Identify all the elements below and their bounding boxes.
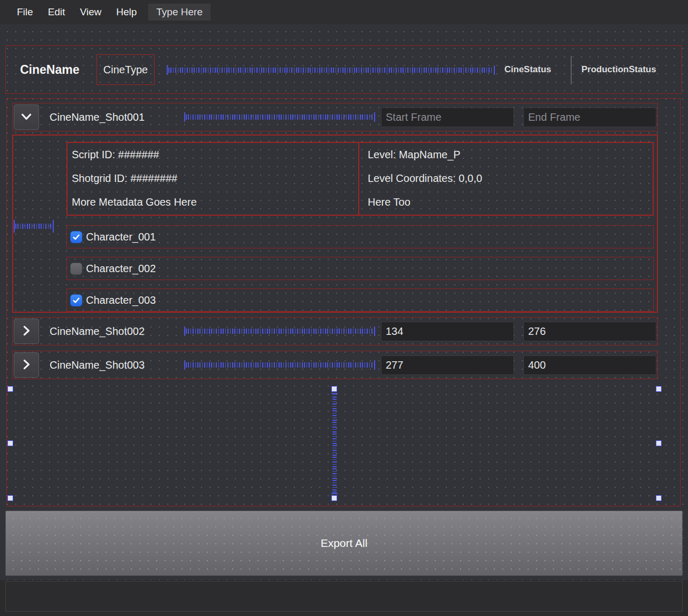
shot-row-003: CineName_Shot003 xyxy=(12,351,658,379)
more-metadata-label: More Metadata Goes Here xyxy=(68,190,358,214)
here-too-label: Here Too xyxy=(359,190,653,214)
spacer-ticks xyxy=(332,394,337,493)
shot001-details-panel: Script ID: ####### Shotgrid ID: ########… xyxy=(12,134,658,313)
selection-handle-top-left[interactable] xyxy=(7,386,13,392)
menu-view[interactable]: View xyxy=(80,6,101,18)
cine-header-row: CineName CineType CineStatus ProductionS… xyxy=(5,45,682,94)
chevron-down-icon xyxy=(20,110,33,125)
status-bar xyxy=(5,581,683,612)
shot002-name-label: CineName_Shot002 xyxy=(50,317,145,345)
script-id-label: Script ID: ####### xyxy=(68,143,358,167)
production-status-label: ProductionStatus xyxy=(581,46,656,93)
shot-row-002: CineName_Shot002 xyxy=(12,317,658,345)
selection-handle-mid-left[interactable] xyxy=(7,440,13,446)
shot001-start-frame-input[interactable] xyxy=(381,108,514,127)
menu-edit[interactable]: Edit xyxy=(48,6,65,18)
spacer-ticks xyxy=(168,68,493,73)
selection-handle-top-center[interactable] xyxy=(331,386,337,392)
selection-handle-bottom-center[interactable] xyxy=(331,495,337,501)
vertical-spacer[interactable] xyxy=(331,393,338,494)
cine-type-label: CineType xyxy=(103,64,148,76)
character-003-label: Character_003 xyxy=(86,289,156,311)
designer-window: File Edit View Help Type Here CineName C… xyxy=(0,0,688,616)
horizontal-spacer-small xyxy=(14,220,54,233)
horizontal-spacer xyxy=(184,112,375,122)
horizontal-spacer xyxy=(184,360,375,370)
character-row: Character_001 xyxy=(66,225,654,248)
character-001-checkbox[interactable] xyxy=(70,231,82,243)
shot003-start-frame-input[interactable] xyxy=(381,355,514,375)
menu-file[interactable]: File xyxy=(17,6,33,18)
spacer-ticks xyxy=(186,362,374,368)
shot003-name-label: CineName_Shot003 xyxy=(50,351,145,379)
selection-handle-bottom-right[interactable] xyxy=(656,495,662,501)
metadata-left-column: Script ID: ####### Shotgrid ID: ########… xyxy=(68,143,358,215)
level-coordinates-label: Level Coordinates: 0,0,0 xyxy=(359,167,653,190)
spacer-ticks xyxy=(186,329,374,334)
shot001-name-label: CineName_Shot001 xyxy=(50,103,145,131)
selection-handle-bottom-left[interactable] xyxy=(7,495,13,501)
shot002-end-frame-input[interactable] xyxy=(523,322,656,341)
cine-type-field[interactable]: CineType xyxy=(97,54,155,85)
character-003-checkbox[interactable] xyxy=(70,294,82,306)
export-all-button[interactable]: Export All xyxy=(5,511,683,576)
shot002-start-frame-input[interactable] xyxy=(381,322,514,341)
character-row: Character_003 xyxy=(66,288,654,312)
menu-help[interactable]: Help xyxy=(116,6,137,18)
chevron-right-icon xyxy=(20,358,33,373)
shot-row-001: CineName_Shot001 xyxy=(12,103,658,131)
level-label: Level: MapName_P xyxy=(359,143,653,167)
horizontal-spacer xyxy=(167,65,495,75)
shot001-end-frame-input[interactable] xyxy=(523,108,656,127)
metadata-right-column: Level: MapName_P Level Coordinates: 0,0,… xyxy=(359,143,653,215)
shots-container: CineName_Shot001 Script ID: ####### Shot… xyxy=(6,98,681,506)
check-icon xyxy=(72,296,80,304)
shotgrid-id-label: Shotgrid ID: ######## xyxy=(68,167,358,190)
expand-shot003-button[interactable] xyxy=(14,352,39,378)
menu-bar: File Edit View Help Type Here xyxy=(0,0,688,24)
character-row: Character_002 xyxy=(66,257,654,280)
cine-name-label: CineName xyxy=(20,46,79,93)
spacer-ticks xyxy=(15,224,52,229)
character-001-label: Character_001 xyxy=(86,226,156,248)
expand-shot002-button[interactable] xyxy=(14,319,39,344)
selection-handle-top-right[interactable] xyxy=(656,386,662,392)
metadata-box: Script ID: ####### Shotgrid ID: ########… xyxy=(66,142,654,216)
horizontal-spacer xyxy=(184,326,375,336)
selection-handle-mid-right[interactable] xyxy=(656,440,662,446)
chevron-right-icon xyxy=(20,324,33,339)
check-icon xyxy=(72,233,80,241)
vertical-separator xyxy=(571,56,571,84)
spacer-ticks xyxy=(186,114,374,120)
character-002-label: Character_002 xyxy=(86,257,156,280)
menu-type-here-placeholder[interactable]: Type Here xyxy=(148,4,211,21)
selected-widget-area xyxy=(10,389,659,498)
collapse-shot001-button[interactable] xyxy=(14,104,39,130)
cine-status-label: CineStatus xyxy=(504,46,551,93)
character-002-checkbox[interactable] xyxy=(70,263,82,275)
shot003-end-frame-input[interactable] xyxy=(523,355,656,375)
